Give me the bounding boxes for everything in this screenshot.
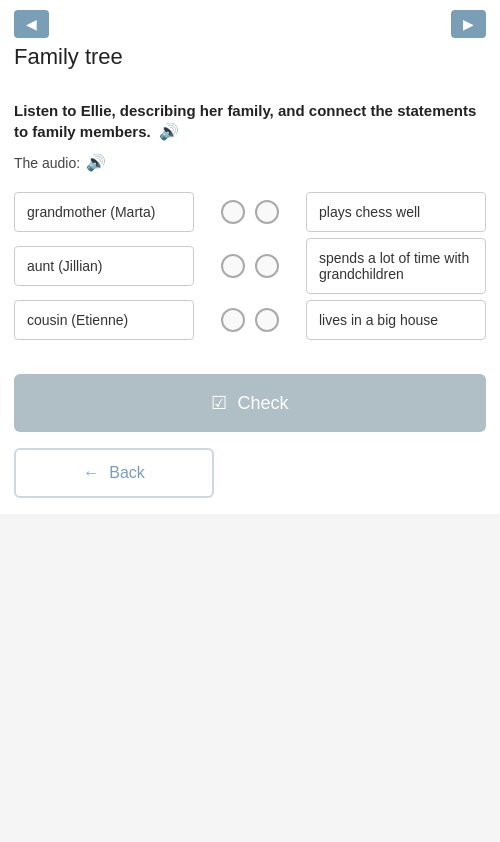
- back-label: Back: [109, 464, 145, 482]
- audio-speaker-icon[interactable]: 🔊: [86, 153, 106, 172]
- forward-nav-icon: ▶: [463, 16, 474, 32]
- radio-right-2[interactable]: [255, 254, 279, 278]
- match-row-2: aunt (Jillian) spends a lot of time with…: [14, 238, 486, 294]
- check-icon: ☑: [211, 392, 227, 414]
- right-item-chess: plays chess well: [306, 192, 486, 232]
- forward-nav-button[interactable]: ▶: [451, 10, 486, 38]
- radio-right-3[interactable]: [255, 308, 279, 332]
- check-label: Check: [237, 393, 288, 414]
- back-nav-icon: ◀: [26, 16, 37, 32]
- right-item-grandchildren: spends a lot of time with grandchildren: [306, 238, 486, 294]
- back-arrow-icon: ←: [83, 464, 99, 482]
- match-row-1: grandmother (Marta) plays chess well: [14, 192, 486, 232]
- radio-left-2[interactable]: [221, 254, 245, 278]
- left-item-cousin: cousin (Etienne): [14, 300, 194, 340]
- radio-group-row3: [221, 308, 279, 332]
- left-item-grandmother: grandmother (Marta): [14, 192, 194, 232]
- matching-area: grandmother (Marta) plays chess well aun…: [14, 192, 486, 346]
- radio-left-3[interactable]: [221, 308, 245, 332]
- audio-label-text: The audio:: [14, 155, 80, 171]
- left-item-aunt: aunt (Jillian): [14, 246, 194, 286]
- match-row-3: cousin (Etienne) lives in a big house: [14, 300, 486, 340]
- instruction-speaker-icon[interactable]: 🔊: [159, 123, 179, 140]
- radio-right-1[interactable]: [255, 200, 279, 224]
- back-nav-button[interactable]: ◀: [14, 10, 49, 38]
- check-button[interactable]: ☑ Check: [14, 374, 486, 432]
- radio-group-row2: [221, 254, 279, 278]
- page-title: Family tree: [14, 44, 123, 70]
- radio-left-1[interactable]: [221, 200, 245, 224]
- instruction-text: Listen to Ellie, describing her family, …: [14, 100, 486, 143]
- radio-group-row1: [221, 200, 279, 224]
- back-button[interactable]: ← Back: [14, 448, 214, 498]
- right-item-house: lives in a big house: [306, 300, 486, 340]
